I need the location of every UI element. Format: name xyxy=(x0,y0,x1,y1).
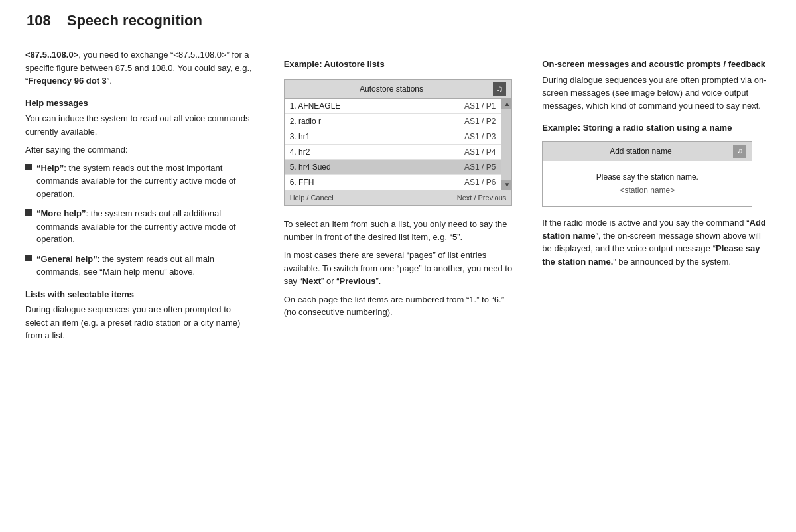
add-station-icon: ♫ xyxy=(737,145,742,157)
row-name-4: 4. hr2 xyxy=(290,146,464,158)
row-name-5: 5. hr4 Sued xyxy=(290,161,464,173)
row-code-5: AS1 / P5 xyxy=(464,161,496,173)
list-item: “More help”: the system reads out all ad… xyxy=(25,207,254,246)
row-name-6: 6. FFH xyxy=(290,176,464,188)
mid-para-2: In most cases there are several “pages” … xyxy=(284,249,513,288)
autostore-row-3: 3. hr1 AS1 / P3 xyxy=(285,129,501,145)
autostore-rows-inner: 1. AFNEAGLE AS1 / P1 2. radio r AS1 / P2… xyxy=(285,99,501,190)
autostore-title: Autostore stations xyxy=(290,83,494,95)
add-station-icon-box: ♫ xyxy=(733,145,746,158)
scroll-down-btn[interactable]: ▼ xyxy=(501,180,512,190)
autostore-row-4: 4. hr2 AS1 / P4 xyxy=(285,145,501,160)
mid-para-3: On each page the list items are numbered… xyxy=(284,293,513,319)
example-storing-heading: Example: Storing a radio station using a… xyxy=(542,121,771,135)
help-item-2-text: “More help”: the system reads out all ad… xyxy=(36,207,254,246)
scroll-up-btn[interactable]: ▲ xyxy=(501,99,512,109)
intro-example: Frequency 96 dot 3 xyxy=(28,76,106,86)
content-area: <87.5..108.0>, you need to exchange “<87… xyxy=(0,36,796,527)
autostore-icon-box: ♫ xyxy=(493,82,506,96)
autostore-row-2: 2. radio r AS1 / P2 xyxy=(285,114,501,129)
bullet-icon xyxy=(25,164,32,170)
footer-left: Help / Cancel xyxy=(290,192,334,204)
autostore-table: 1. AFNEAGLE AS1 / P1 2. radio r AS1 / P2… xyxy=(285,99,512,190)
row-name-2: 2. radio r xyxy=(290,115,464,127)
row-code-6: AS1 / P6 xyxy=(464,176,496,188)
add-station-line2: <station name> xyxy=(551,184,744,197)
page-title: Speech recognition xyxy=(67,12,202,29)
intro-text: <87.5..108.0>, you need to exchange “<87… xyxy=(25,48,254,88)
autostore-footer: Help / Cancel Next / Previous xyxy=(285,190,512,206)
help-item-3-text: “General help”: the system reads out all… xyxy=(36,253,254,279)
example-autostore-heading: Example: Autostore lists xyxy=(284,58,513,71)
onscreen-intro: During dialogue sequences you are often … xyxy=(542,74,771,113)
intro-bold: <87.5..108.0> xyxy=(25,50,78,60)
right-para-1: If the radio mode is active and you say … xyxy=(542,216,771,268)
page-header: 108 Speech recognition xyxy=(0,0,796,36)
autostore-widget: Autostore stations ♫ 1. AFNEAGLE AS1 / P… xyxy=(284,79,513,206)
help-items-list: “Help”: the system reads out the most im… xyxy=(25,162,254,279)
add-station-line1: Please say the station name. xyxy=(551,170,744,184)
row-code-3: AS1 / P3 xyxy=(464,131,496,143)
footer-right: Next / Previous xyxy=(457,192,507,204)
row-code-1: AS1 / P1 xyxy=(464,100,496,112)
page-number: 108 xyxy=(27,12,51,29)
help-messages-intro: You can induce the system to read out al… xyxy=(25,112,254,138)
help-messages-heading: Help messages xyxy=(25,97,254,110)
add-station-title: Add station name xyxy=(548,145,733,157)
list-item: “General help”: the system reads out all… xyxy=(25,253,254,279)
lists-heading: Lists with selectable items xyxy=(25,288,254,301)
row-code-2: AS1 / P2 xyxy=(464,115,496,127)
right-column: On-screen messages and acoustic prompts … xyxy=(527,48,776,515)
autostore-rows: 1. AFNEAGLE AS1 / P1 2. radio r AS1 / P2… xyxy=(285,99,501,190)
scroll-track xyxy=(501,109,511,180)
row-name-1: 1. AFNEAGLE xyxy=(290,100,464,112)
autostore-row-6: 6. FFH AS1 / P6 xyxy=(285,175,501,190)
bullet-icon xyxy=(25,209,32,216)
autostore-header: Autostore stations ♫ xyxy=(285,80,512,99)
left-column: <87.5..108.0>, you need to exchange “<87… xyxy=(20,48,269,515)
mid-para-1: To select an item from such a list, you … xyxy=(284,218,513,243)
onscreen-heading: On-screen messages and acoustic prompts … xyxy=(542,58,771,71)
bullet-icon xyxy=(25,255,32,261)
add-station-widget: Add station name ♫ Please say the statio… xyxy=(542,141,752,208)
music-icon: ♫ xyxy=(496,82,503,96)
add-station-header: Add station name ♫ xyxy=(543,142,752,161)
lists-text: During dialogue sequences you are often … xyxy=(25,303,254,342)
scrollbar[interactable]: ▲ ▼ xyxy=(501,99,511,190)
autostore-row-5: 5. hr4 Sued AS1 / P5 xyxy=(285,160,501,175)
middle-column: Example: Autostore lists Autostore stati… xyxy=(269,48,528,515)
help-item-1-text: “Help”: the system reads out the most im… xyxy=(36,162,254,201)
add-station-body: Please say the station name. <station na… xyxy=(543,161,752,207)
help-messages-after: After saying the command: xyxy=(25,143,254,157)
autostore-row-1: 1. AFNEAGLE AS1 / P1 xyxy=(285,99,501,114)
list-item: “Help”: the system reads out the most im… xyxy=(25,162,254,201)
row-code-4: AS1 / P4 xyxy=(464,146,496,158)
row-name-3: 3. hr1 xyxy=(290,131,464,143)
